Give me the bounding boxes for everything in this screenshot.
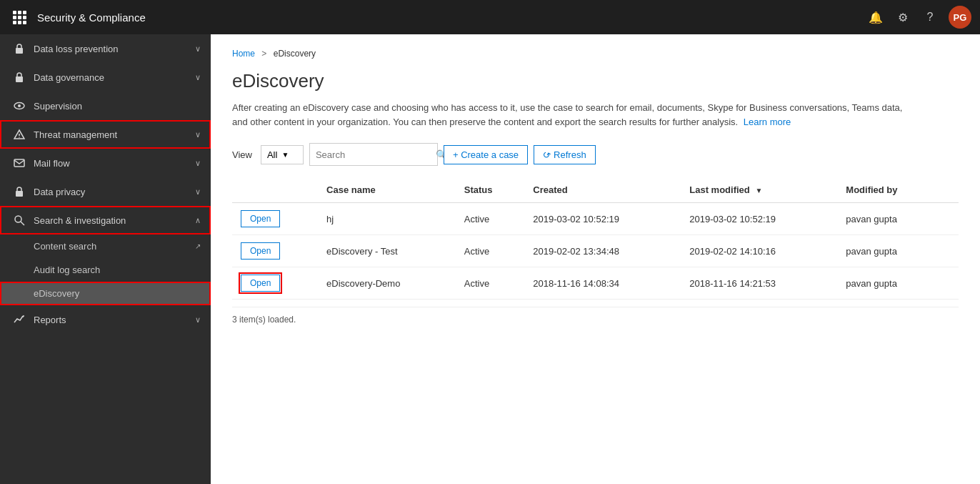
lock-icon — [12, 70, 26, 84]
svg-point-8 — [15, 216, 21, 222]
refresh-button[interactable]: ↺ Refresh — [534, 145, 596, 164]
external-link-icon: ↗ — [195, 242, 201, 250]
row-action-cell: Open — [232, 235, 318, 267]
sidebar-item-threat-management[interactable]: Threat management ∨ — [0, 120, 211, 149]
create-case-button[interactable]: + Create a case — [444, 145, 528, 164]
svg-rect-1 — [16, 76, 23, 82]
learn-more-link[interactable]: Learn more — [744, 117, 791, 127]
row-status: Active — [456, 267, 524, 300]
sidebar-label: Content search — [34, 241, 192, 252]
row-status: Active — [456, 203, 524, 235]
sidebar-item-content-search[interactable]: Content search ↗ — [0, 234, 211, 258]
sidebar-item-data-loss-prevention[interactable]: Data loss prevention ∨ — [0, 34, 211, 63]
col-scroll — [941, 177, 959, 203]
col-created: Created — [524, 177, 681, 203]
sidebar-item-data-privacy[interactable]: Data privacy ∨ — [0, 177, 211, 206]
row-modified-by: pavan gupta — [837, 203, 941, 235]
sidebar-item-supervision[interactable]: Supervision — [0, 92, 211, 120]
row-created: 2019-02-02 13:34:48 — [524, 235, 681, 267]
sidebar-label: Mail flow — [34, 158, 195, 169]
open-button[interactable]: Open — [241, 210, 280, 227]
table-header-row: Case name Status Created Last modified ▼… — [232, 177, 959, 203]
row-last-modified: 2019-02-02 14:10:16 — [681, 235, 837, 267]
view-dropdown[interactable]: All ▼ — [261, 145, 304, 164]
chevron-down-icon: ∨ — [195, 73, 201, 82]
page-title: eDiscovery — [232, 70, 959, 92]
help-icon[interactable]: ? — [921, 9, 939, 26]
toolbar: View All ▼ 🔍 + Create a case ↺ Refresh — [232, 143, 959, 166]
notification-icon[interactable]: 🔔 — [867, 9, 884, 26]
app-title: Security & Compliance — [37, 11, 867, 24]
sidebar-item-audit-log-search[interactable]: Audit log search — [0, 258, 211, 282]
row-case-name: eDiscovery - Test — [318, 235, 456, 267]
sidebar: Data loss prevention ∨ Data governance ∨… — [0, 34, 211, 484]
sidebar-item-search-investigation[interactable]: Search & investigation ∧ — [0, 206, 211, 234]
svg-line-9 — [21, 222, 24, 225]
search-box[interactable]: 🔍 — [309, 143, 438, 166]
eye-icon — [12, 99, 26, 113]
sidebar-item-mail-flow[interactable]: Mail flow ∨ — [0, 149, 211, 177]
svg-rect-6 — [14, 159, 24, 167]
chevron-down-icon: ∨ — [195, 159, 201, 168]
topbar-icons: 🔔 ⚙ ? PG — [867, 6, 971, 29]
sidebar-label: Data privacy — [34, 187, 195, 197]
sidebar-item-reports[interactable]: Reports ∨ — [0, 305, 211, 334]
svg-point-3 — [18, 104, 21, 107]
status-footer: 3 item(s) loaded. — [232, 307, 959, 332]
sidebar-label: Supervision — [34, 101, 201, 112]
waffle-icon — [13, 11, 26, 24]
page-description: After creating an eDiscovery case and ch… — [232, 101, 911, 129]
sidebar-label: Data loss prevention — [34, 44, 195, 54]
reports-icon — [12, 312, 26, 327]
chevron-down-icon: ∨ — [195, 187, 201, 197]
row-last-modified: 2019-03-02 10:52:19 — [681, 203, 837, 235]
sidebar-item-ediscovery[interactable]: eDiscovery — [0, 282, 211, 305]
lock-icon — [12, 41, 26, 56]
row-action-cell: Open — [232, 267, 318, 300]
sidebar-label: Data governance — [34, 72, 195, 83]
row-last-modified: 2018-11-16 14:21:53 — [681, 267, 837, 300]
breadcrumb-separator: > — [261, 49, 266, 59]
col-last-modified[interactable]: Last modified ▼ — [681, 177, 837, 203]
topbar: Security & Compliance 🔔 ⚙ ? PG — [0, 0, 980, 34]
svg-rect-0 — [16, 48, 23, 54]
waffle-menu[interactable] — [9, 6, 30, 28]
sidebar-label: Threat management — [34, 129, 195, 140]
row-status: Active — [456, 235, 524, 267]
col-status: Status — [456, 177, 524, 203]
mail-icon — [12, 156, 26, 170]
data-table: Case name Status Created Last modified ▼… — [232, 177, 959, 300]
warning-icon — [12, 127, 26, 142]
dropdown-arrow-icon: ▼ — [281, 151, 289, 159]
row-scroll-cell — [941, 267, 959, 300]
sidebar-label: Search & investigation — [34, 215, 195, 226]
col-modified-by: Modified by — [837, 177, 941, 203]
main-layout: Data loss prevention ∨ Data governance ∨… — [0, 34, 980, 484]
breadcrumb: Home > eDiscovery — [232, 49, 959, 59]
view-selected: All — [267, 149, 277, 160]
row-action-cell: Open — [232, 203, 318, 235]
open-button[interactable]: Open — [241, 275, 280, 292]
refresh-label: Refresh — [554, 149, 586, 160]
row-scroll-cell — [941, 203, 959, 235]
row-modified-by: pavan gupta — [837, 235, 941, 267]
open-button[interactable]: Open — [241, 242, 280, 260]
svg-rect-7 — [16, 191, 23, 197]
chevron-down-icon: ∨ — [195, 315, 201, 325]
svg-point-5 — [19, 137, 19, 137]
sort-desc-icon: ▼ — [755, 187, 762, 194]
chevron-up-icon: ∧ — [195, 216, 201, 225]
breadcrumb-home[interactable]: Home — [232, 49, 255, 59]
lock-icon — [12, 184, 26, 199]
table-body: Open hj Active 2019-03-02 10:52:19 2019-… — [232, 203, 959, 300]
sidebar-label: Audit log search — [34, 265, 201, 275]
breadcrumb-current: eDiscovery — [274, 49, 316, 59]
settings-icon[interactable]: ⚙ — [894, 9, 911, 26]
col-case-name: Case name — [318, 177, 456, 203]
sidebar-label: eDiscovery — [34, 288, 201, 299]
row-created: 2018-11-16 14:08:34 — [524, 267, 681, 300]
avatar[interactable]: PG — [949, 6, 971, 29]
sidebar-item-data-governance[interactable]: Data governance ∨ — [0, 63, 211, 92]
row-scroll-cell — [941, 235, 959, 267]
search-input[interactable] — [316, 149, 436, 160]
